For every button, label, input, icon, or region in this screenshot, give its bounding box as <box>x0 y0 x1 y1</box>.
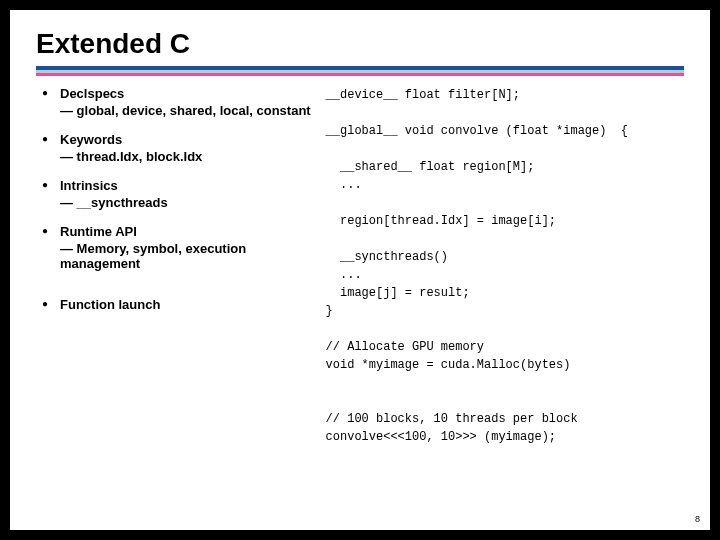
code-line: ... <box>326 268 362 282</box>
bullet-item: Keywords — thread.Idx, block.Idx <box>42 132 318 164</box>
slide-body: Declspecs — global, device, shared, loca… <box>36 86 684 446</box>
bullet-list: Declspecs — global, device, shared, loca… <box>36 86 318 312</box>
code-line: __shared__ float region[M]; <box>326 160 535 174</box>
code-line: // 100 blocks, 10 threads per block <box>326 412 578 426</box>
bullet-sub: — global, device, shared, local, constan… <box>60 103 318 118</box>
code-line: // Allocate GPU memory <box>326 340 484 354</box>
bullet-sub: — __syncthreads <box>60 195 318 210</box>
left-column: Declspecs — global, device, shared, loca… <box>36 86 318 446</box>
slide-title: Extended C <box>36 28 684 60</box>
code-line: image[j] = result; <box>326 286 470 300</box>
bullet-sub: — Memory, symbol, execution management <box>60 241 318 271</box>
bullet-head: Declspecs <box>60 86 124 101</box>
bullet-head: Runtime API <box>60 224 137 239</box>
title-underline <box>36 66 684 76</box>
code-line: __device__ float filter[N]; <box>326 88 520 102</box>
code-line: __syncthreads() <box>326 250 448 264</box>
page-number: 8 <box>695 514 700 524</box>
bullet-head: Keywords <box>60 132 122 147</box>
code-line: region[thread.Idx] = image[i]; <box>326 214 556 228</box>
code-line: } <box>326 304 333 318</box>
bullet-head: Function launch <box>60 297 160 312</box>
code-line: ... <box>326 178 362 192</box>
bullet-item: Intrinsics — __syncthreads <box>42 178 318 210</box>
bullet-item: Function launch <box>42 297 318 312</box>
slide: Extended C Declspecs — global, device, s… <box>10 10 710 530</box>
bullet-head: Intrinsics <box>60 178 118 193</box>
code-line: __global__ void convolve (float *image) … <box>326 124 628 138</box>
bullet-sub: — thread.Idx, block.Idx <box>60 149 318 164</box>
code-line: convolve<<<100, 10>>> (myimage); <box>326 430 556 444</box>
bullet-item: Declspecs — global, device, shared, loca… <box>42 86 318 118</box>
bullet-item: Runtime API — Memory, symbol, execution … <box>42 224 318 271</box>
code-block: __device__ float filter[N]; __global__ v… <box>326 86 684 446</box>
code-line: void *myimage = cuda.Malloc(bytes) <box>326 358 571 372</box>
